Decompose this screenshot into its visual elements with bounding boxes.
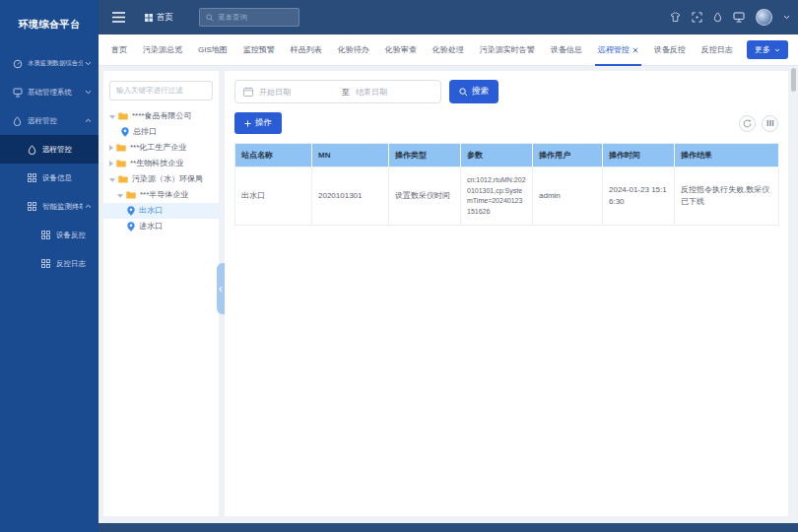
tab-label: 样品列表 <box>291 44 322 55</box>
tab-device-info[interactable]: 设备信息 <box>551 34 582 65</box>
search-icon <box>459 88 468 97</box>
sidebar-item-device-info[interactable]: 设备信息 <box>0 164 99 192</box>
refresh-icon <box>743 119 752 128</box>
tab-label: 化验待办 <box>338 44 369 55</box>
tab-lab-review[interactable]: 化验审查 <box>385 34 417 65</box>
start-date-placeholder[interactable]: 开始日期 <box>259 87 336 98</box>
topbar: 首页 <box>99 0 798 34</box>
pin-icon <box>127 206 135 216</box>
tree-node-main-outlet[interactable]: 总排口 <box>103 124 219 140</box>
folder-icon <box>116 144 126 152</box>
tree-node-food-company[interactable]: ****食品有限公司 <box>103 108 219 124</box>
menu-search-input[interactable] <box>218 13 293 22</box>
search-button[interactable]: 搜索 <box>449 80 499 103</box>
sidebar-item-label: 水质监测数据综合分析 <box>28 59 83 68</box>
tab-label: GIS地图 <box>198 44 228 55</box>
monitor-icon[interactable] <box>733 12 745 23</box>
tree-node-label: 出水口 <box>139 205 163 216</box>
search-button-label: 搜索 <box>472 86 489 98</box>
collapse-tree-handle[interactable] <box>217 263 225 314</box>
tab-sample-list[interactable]: 样品列表 <box>291 34 322 65</box>
col-mn: MN <box>312 144 389 167</box>
tab-label: 化验审查 <box>385 44 417 55</box>
fullscreen-icon[interactable] <box>692 12 702 23</box>
tree-node-epa-bureau[interactable]: 污染源（水）环保局 <box>103 171 219 187</box>
home-icon <box>145 14 153 22</box>
tab-label: 监控预警 <box>243 44 275 55</box>
sidebar-item-water-analysis[interactable]: 水质监测数据综合分析 <box>0 49 99 78</box>
tree-node-chemical-company[interactable]: ***化工生产企业 <box>103 140 219 156</box>
tree-node-biotech-company[interactable]: **生物科技企业 <box>103 156 219 171</box>
cell-params: cn:1012,rtuMN:2020101301,cp:SystemTime=2… <box>461 167 533 226</box>
chevron-up-icon <box>85 204 92 209</box>
chevron-down-icon[interactable] <box>783 15 790 20</box>
sidebar-item-smart-terminal[interactable]: 智能监测终端 <box>0 192 99 221</box>
system-icon <box>13 88 23 98</box>
refresh-button[interactable] <box>739 115 756 132</box>
folder-icon <box>126 191 136 199</box>
sidebar-item-label: 反控日志 <box>56 259 92 269</box>
tab-reverse-log[interactable]: 反控日志 <box>701 34 733 65</box>
tab-home[interactable]: 首页 <box>111 34 127 65</box>
tree-node-inlet[interactable]: 进水口 <box>103 219 219 234</box>
date-range-picker[interactable]: 开始日期 至 结束日期 <box>234 80 441 103</box>
sidebar-item-label: 远程管控 <box>42 145 92 155</box>
more-tabs-button[interactable]: 更多 <box>747 40 788 59</box>
tree-node-outlet[interactable]: 出水口 <box>103 203 219 219</box>
sidebar-item-device-reverse[interactable]: 设备反控 <box>0 221 99 249</box>
content-area: ****食品有限公司 总排口 ***化工生产企业 **生物科技企业 污染源（水）… <box>99 66 798 523</box>
theme-icon[interactable] <box>670 12 681 23</box>
vertical-scrollbar[interactable] <box>791 68 796 519</box>
col-params: 参数 <box>461 144 533 167</box>
tab-lab-process[interactable]: 化验处理 <box>432 34 464 65</box>
tab-lab-todo[interactable]: 化验待办 <box>338 34 369 65</box>
cell-op-result: 反控指令执行失败,数采仪已下线 <box>675 167 779 226</box>
tab-label: 远程管控 <box>598 44 630 55</box>
tree-node-semiconductor-company[interactable]: ***半导体企业 <box>103 187 219 203</box>
tree-node-label: **生物科技企业 <box>130 158 183 168</box>
folder-icon <box>118 175 128 183</box>
cell-site-name: 出水口 <box>235 167 312 226</box>
operations-table: 站点名称 MN 操作类型 参数 操作用户 操作时间 操作结果 出水口 20201… <box>234 143 779 226</box>
sidebar-item-label: 设备反控 <box>56 231 92 240</box>
operate-button-label: 操作 <box>255 117 272 129</box>
table-row[interactable]: 出水口 2020101301 设置数采仪时间 cn:1012,rtuMN:202… <box>235 167 779 226</box>
tab-label: 反控日志 <box>701 44 733 55</box>
tree-node-label: ***半导体企业 <box>140 189 188 200</box>
tab-label: 污染源总览 <box>143 44 182 55</box>
tabbar: 首页 污染源总览 GIS地图 监控预警 样品列表 化验待办 化验审查 化验处理 … <box>99 34 798 66</box>
gauge-icon <box>13 59 23 69</box>
col-op-time: 操作时间 <box>603 144 675 167</box>
tab-device-reverse[interactable]: 设备反控 <box>654 34 686 65</box>
close-icon[interactable] <box>632 47 638 53</box>
cell-op-time: 2024-01-23 15:16:30 <box>603 167 675 226</box>
tree-node-label: 污染源（水）环保局 <box>132 173 203 184</box>
action-bar: 操作 <box>234 112 778 134</box>
tab-pollution-overview[interactable]: 污染源总览 <box>143 34 182 65</box>
column-settings-button[interactable] <box>762 115 778 132</box>
folder-icon <box>118 112 128 120</box>
water-drop-icon[interactable] <box>713 12 722 23</box>
scrollbar-thumb[interactable] <box>791 68 796 92</box>
tab-gis-map[interactable]: GIS地图 <box>198 34 228 65</box>
end-date-placeholder[interactable]: 结束日期 <box>356 87 432 98</box>
tree-node-label: 总排口 <box>133 126 157 137</box>
search-icon <box>206 14 214 22</box>
range-separator: 至 <box>342 87 350 98</box>
tab-monitor-warning[interactable]: 监控预警 <box>243 34 275 65</box>
sidebar-item-reverse-log[interactable]: 反控日志 <box>0 249 99 278</box>
sidebar-item-base-system[interactable]: 基础管理系统 <box>0 78 99 106</box>
tab-remote-control[interactable]: 远程管控 <box>598 34 638 65</box>
menu-toggle-icon[interactable] <box>112 12 125 23</box>
operate-button[interactable]: 操作 <box>234 112 282 134</box>
avatar[interactable] <box>756 9 772 26</box>
sidebar-item-label: 远程管控 <box>28 116 83 126</box>
tab-label: 污染源实时告警 <box>480 44 535 55</box>
tree-filter-input[interactable] <box>109 81 213 100</box>
caret-right-icon <box>109 145 113 151</box>
tab-realtime-alarm[interactable]: 污染源实时告警 <box>480 34 535 65</box>
breadcrumb[interactable]: 首页 <box>145 12 173 24</box>
sidebar-item-remote-control[interactable]: 远程管控 <box>0 135 99 164</box>
menu-search[interactable] <box>199 8 299 27</box>
sidebar-item-remote-group[interactable]: 远程管控 <box>0 106 99 135</box>
